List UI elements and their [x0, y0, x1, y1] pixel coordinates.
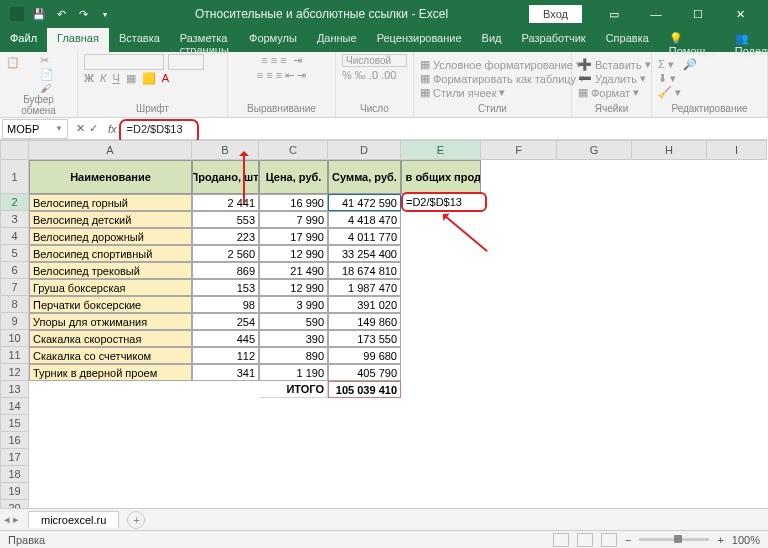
row-header-7[interactable]: 7: [0, 279, 29, 296]
number-format-select[interactable]: Числовой: [342, 54, 407, 67]
delete-cells[interactable]: ➖ Удалить ▾: [578, 72, 651, 85]
header-share[interactable]: Доля в общих продажах: [401, 160, 481, 194]
formula-input[interactable]: =D2/$D$13: [121, 123, 768, 135]
enter-formula-icon[interactable]: ✓: [89, 122, 98, 135]
cell-sum[interactable]: 41 472 590: [328, 194, 401, 211]
fx-icon[interactable]: fx: [104, 123, 121, 135]
tab-layout[interactable]: Разметка страницы: [170, 28, 239, 52]
row-header-3[interactable]: 3: [0, 211, 29, 228]
cell-price[interactable]: 12 990: [259, 245, 328, 262]
cell-name[interactable]: Перчатки боксерские: [29, 296, 192, 313]
row-header-15[interactable]: 15: [0, 415, 29, 432]
total-value[interactable]: 105 039 410: [328, 381, 401, 398]
tab-review[interactable]: Рецензирование: [367, 28, 472, 52]
fill[interactable]: ⬇ ▾: [658, 72, 697, 85]
cell-price[interactable]: 390: [259, 330, 328, 347]
view-layout-icon[interactable]: [577, 533, 593, 547]
cell-sum[interactable]: 18 674 810: [328, 262, 401, 279]
cell-name[interactable]: Велосипед детский: [29, 211, 192, 228]
cell-sold[interactable]: 2 560: [192, 245, 259, 262]
tab-dev[interactable]: Разработчик: [512, 28, 596, 52]
cell-sum[interactable]: 149 860: [328, 313, 401, 330]
col-header-C[interactable]: C: [259, 140, 328, 160]
select-all-triangle[interactable]: [0, 140, 29, 160]
header-price[interactable]: Цена, руб.: [259, 160, 328, 194]
cell-sum[interactable]: 391 020: [328, 296, 401, 313]
cell-sold[interactable]: 869: [192, 262, 259, 279]
cell-name[interactable]: Велосипед спортивный: [29, 245, 192, 262]
cell-sold[interactable]: 223: [192, 228, 259, 245]
tab-file[interactable]: Файл: [0, 28, 47, 52]
chevron-down-icon[interactable]: ▼: [55, 124, 63, 133]
cell-name[interactable]: Упоры для отжимания: [29, 313, 192, 330]
fill-color-icon[interactable]: 🟨: [142, 72, 156, 85]
cell-name[interactable]: Велосипед горный: [29, 194, 192, 211]
row-header-11[interactable]: 11: [0, 347, 29, 364]
cell-sold[interactable]: 98: [192, 296, 259, 313]
conditional-formatting[interactable]: ▦ Условное форматирование ▾: [420, 58, 585, 71]
view-normal-icon[interactable]: [553, 533, 569, 547]
cell-name[interactable]: Груша боксерская: [29, 279, 192, 296]
close-icon[interactable]: ✕: [720, 0, 760, 28]
cell-sold[interactable]: 553: [192, 211, 259, 228]
cell-name[interactable]: Турник в дверной проем: [29, 364, 192, 381]
format-cells[interactable]: ▦ Формат ▾: [578, 86, 651, 99]
col-header-B[interactable]: B: [192, 140, 259, 160]
tab-home[interactable]: Главная: [47, 28, 109, 52]
row-header-18[interactable]: 18: [0, 466, 29, 483]
cell-price[interactable]: 16 990: [259, 194, 328, 211]
share-button[interactable]: 👥 Поделиться: [725, 28, 768, 52]
row-header-5[interactable]: 5: [0, 245, 29, 262]
col-header-D[interactable]: D: [328, 140, 401, 160]
cell-sum[interactable]: 99 680: [328, 347, 401, 364]
cell-price[interactable]: 890: [259, 347, 328, 364]
cell-sum[interactable]: 33 254 400: [328, 245, 401, 262]
col-header-E[interactable]: E: [401, 140, 481, 160]
name-box[interactable]: МОБР▼: [2, 119, 68, 139]
zoom-level[interactable]: 100%: [732, 534, 760, 546]
cell-sum[interactable]: 4 011 770: [328, 228, 401, 245]
cancel-formula-icon[interactable]: ✕: [76, 122, 85, 135]
tell-me[interactable]: 💡 Помощ...: [659, 28, 725, 52]
format-painter-icon[interactable]: 🖌: [40, 82, 54, 94]
minimize-icon[interactable]: —: [636, 0, 676, 28]
paste-icon[interactable]: 📋: [6, 56, 34, 92]
cell-name[interactable]: Скакалка скоростная: [29, 330, 192, 347]
cell-sold[interactable]: 341: [192, 364, 259, 381]
clear[interactable]: 🧹 ▾: [658, 86, 697, 99]
row-header-12[interactable]: 12: [0, 364, 29, 381]
cell-sum[interactable]: 4 418 470: [328, 211, 401, 228]
cell-name[interactable]: Велосипед дорожный: [29, 228, 192, 245]
col-header-F[interactable]: F: [481, 140, 557, 160]
row-header-9[interactable]: 9: [0, 313, 29, 330]
zoom-slider[interactable]: [639, 538, 709, 541]
col-header-A[interactable]: A: [29, 140, 192, 160]
sheet-tab-active[interactable]: microexcel.ru: [28, 511, 119, 528]
col-header-G[interactable]: G: [557, 140, 632, 160]
tab-formulas[interactable]: Формулы: [239, 28, 307, 52]
cell-price[interactable]: 12 990: [259, 279, 328, 296]
col-header-H[interactable]: H: [632, 140, 707, 160]
row-header-4[interactable]: 4: [0, 228, 29, 245]
row-header-1[interactable]: 1: [0, 160, 29, 194]
cell-name[interactable]: Скакалка со счетчиком: [29, 347, 192, 364]
cell-price[interactable]: 7 990: [259, 211, 328, 228]
copy-icon[interactable]: 📄: [40, 68, 54, 81]
cell-styles[interactable]: ▦ Стили ячеек ▾: [420, 86, 585, 99]
row-header-17[interactable]: 17: [0, 449, 29, 466]
row-header-10[interactable]: 10: [0, 330, 29, 347]
cell-sold[interactable]: 153: [192, 279, 259, 296]
header-sold[interactable]: Продано, шт.: [192, 160, 259, 194]
editing-cell[interactable]: =D2/$D$13: [401, 192, 487, 212]
tab-insert[interactable]: Вставка: [109, 28, 170, 52]
header-sum[interactable]: Сумма, руб.: [328, 160, 401, 194]
qat-dropdown-icon[interactable]: ▾: [96, 5, 114, 23]
row-header-6[interactable]: 6: [0, 262, 29, 279]
row-header-16[interactable]: 16: [0, 432, 29, 449]
cell-sold[interactable]: 445: [192, 330, 259, 347]
row-header-19[interactable]: 19: [0, 483, 29, 500]
tab-nav[interactable]: ◂ ▸: [4, 513, 19, 526]
login-button[interactable]: Вход: [529, 5, 582, 23]
cell-sum[interactable]: 1 987 470: [328, 279, 401, 296]
cell-sold[interactable]: 254: [192, 313, 259, 330]
